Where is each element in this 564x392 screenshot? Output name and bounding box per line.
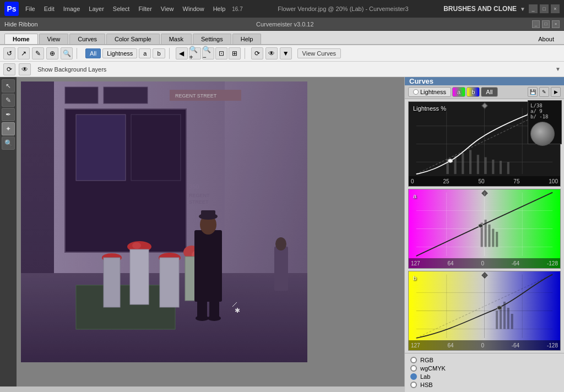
radio-rgb[interactable] (410, 357, 417, 363)
tab-b-channel[interactable]: b (467, 87, 480, 97)
menu-image[interactable]: Image (60, 4, 84, 13)
view-curves-button[interactable]: View Curves (297, 48, 341, 58)
svg-rect-52 (492, 160, 494, 174)
curves-more-icon[interactable]: ▶ (551, 87, 561, 97)
hide-ribbon-button[interactable]: Hide Ribbon (4, 21, 38, 28)
tool-eyedropper[interactable]: ✦ (2, 122, 15, 135)
svg-rect-38 (21, 81, 307, 362)
image-canvas: REGENT STREET 350 REGENT STREET (21, 81, 307, 362)
tool-arrow[interactable]: ↗ (18, 47, 30, 59)
brushes-clone-arrow[interactable]: ▼ (520, 6, 525, 12)
label-hsb: HSB (420, 382, 433, 388)
zoom-fit-btn[interactable]: ⊡ (215, 47, 227, 59)
tool-pencil[interactable]: ✎ (32, 47, 44, 59)
rotate-icon2[interactable]: ⟳ (3, 63, 15, 75)
channel-a-btn[interactable]: a (139, 48, 151, 58)
svg-rect-53 (500, 161, 502, 174)
menu-edit[interactable]: Edit (41, 4, 58, 13)
main-area: ↖ ✎ ✒ ✦ 🔍 (0, 77, 564, 386)
label-rgb: RGB (420, 357, 433, 363)
radio-wgcmyk[interactable] (410, 365, 417, 372)
title-bar: Ps File Edit Image Layer Select Filter V… (0, 0, 564, 18)
menu-layer[interactable]: Layer (85, 4, 107, 13)
zoom-out-btn[interactable]: 🔍− (202, 47, 214, 59)
tab-settings[interactable]: Settings (193, 34, 231, 44)
eye-icon2[interactable]: 👁 (19, 63, 31, 75)
tool-zoom-left[interactable]: 🔍 (2, 137, 15, 150)
tab-mask[interactable]: Mask (161, 34, 192, 44)
menu-filter[interactable]: Filter (135, 4, 155, 13)
menu-select[interactable]: Select (110, 4, 133, 13)
tab-home[interactable]: Home (4, 34, 38, 44)
curves-icon-tools: 💾 ✎ ▶ (528, 87, 561, 97)
menu-window[interactable]: Window (180, 4, 208, 13)
menu-view[interactable]: View (158, 4, 177, 13)
curves-edit-icon[interactable]: ✎ (539, 87, 549, 97)
label-lab: Lab (420, 373, 430, 380)
svg-rect-67 (496, 232, 498, 247)
tab-view[interactable]: View (39, 34, 69, 44)
toolbar-separator (77, 48, 77, 59)
mode-lab[interactable]: Lab (410, 373, 558, 380)
info-L: L/38 (530, 103, 559, 108)
tab-help[interactable]: Help (232, 34, 262, 44)
svg-point-69 (479, 224, 483, 228)
options-icon[interactable]: ▼ (280, 47, 292, 59)
close-button[interactable]: × (551, 4, 560, 13)
mode-wgcmyk[interactable]: wgCMYK (410, 365, 558, 372)
tab-a-channel[interactable]: a (452, 87, 465, 97)
tool-target[interactable]: ⊕ (46, 47, 58, 59)
curvemeister-title: Curvemeister v3.0.12 (256, 21, 314, 28)
tool-pen[interactable]: ✒ (2, 108, 15, 121)
inner-minimize-button[interactable]: _ (532, 20, 540, 28)
svg-rect-78 (503, 302, 506, 329)
curves-info-panel: L/38 a/ 9 b/ -18 (528, 100, 562, 144)
tab-curves[interactable]: Curves (69, 34, 105, 44)
svg-rect-65 (488, 225, 490, 247)
curves-content: Lightness % 0 25 50 75 100 (405, 99, 564, 353)
restore-button[interactable]: □ (540, 4, 549, 13)
tool-magnify[interactable]: 🔍 (61, 47, 73, 59)
svg-rect-54 (507, 162, 509, 174)
mode-hsb[interactable]: HSB (410, 382, 558, 388)
tab-lightness[interactable]: Lightness (408, 87, 451, 97)
about-link[interactable]: About (533, 34, 560, 44)
inner-window-bar: Hide Ribbon Curvemeister v3.0.12 _ □ × (0, 18, 564, 31)
lightness-curve-axis: 0 25 50 75 100 (409, 176, 560, 186)
eye-icon[interactable]: 👁 (265, 47, 278, 59)
curves-title: Curves (409, 77, 433, 85)
mode-rgb[interactable]: RGB (410, 357, 558, 363)
svg-rect-48 (462, 153, 464, 174)
show-background-label: Show Background Layers (37, 66, 106, 73)
inner-restore-button[interactable]: □ (542, 20, 550, 28)
zoom-level: 16.7 (232, 6, 242, 12)
zoom-100-btn[interactable]: ⊞ (229, 47, 241, 59)
zoom-in-btn[interactable]: 🔍+ (189, 47, 201, 59)
channel-b-btn[interactable]: b (153, 48, 165, 58)
toolbar-row2: ⟳ 👁 Show Background Layers ▼ (0, 62, 564, 77)
svg-rect-76 (496, 311, 498, 329)
radio-hsb[interactable] (410, 382, 417, 388)
radio-lab[interactable] (410, 373, 417, 380)
menu-file[interactable]: File (22, 4, 39, 13)
menu-help[interactable]: Help (210, 4, 229, 13)
a-curve-svg (409, 189, 560, 268)
window-title: Flower Vendor.jpg @ 20% (Lab) - Curvemei… (278, 6, 408, 12)
view-options-arrow[interactable]: ▼ (555, 66, 561, 72)
zoom-prev[interactable]: ◀ (176, 47, 188, 59)
tool-rotate[interactable]: ↺ (3, 47, 15, 59)
minimize-button[interactable]: _ (529, 4, 538, 13)
tool-pointer[interactable]: ↖ (2, 79, 15, 92)
right-panel: Curves Lightness a b All 💾 ✎ ▶ (404, 77, 564, 386)
curves-save-icon[interactable]: 💾 (528, 87, 538, 97)
tab-color-sample[interactable]: Color Sample (106, 34, 160, 44)
b-curve-svg (409, 271, 560, 350)
channel-lightness-btn[interactable]: Lightness (102, 48, 137, 58)
channel-all-btn[interactable]: All (85, 48, 101, 58)
toolbar-sep3 (245, 48, 245, 59)
rotate-view-icon[interactable]: ⟳ (251, 47, 263, 59)
svg-rect-49 (469, 150, 471, 174)
tool-brush[interactable]: ✎ (2, 94, 15, 107)
tab-all-channels[interactable]: All (481, 87, 497, 97)
inner-close-button[interactable]: × (552, 20, 560, 28)
